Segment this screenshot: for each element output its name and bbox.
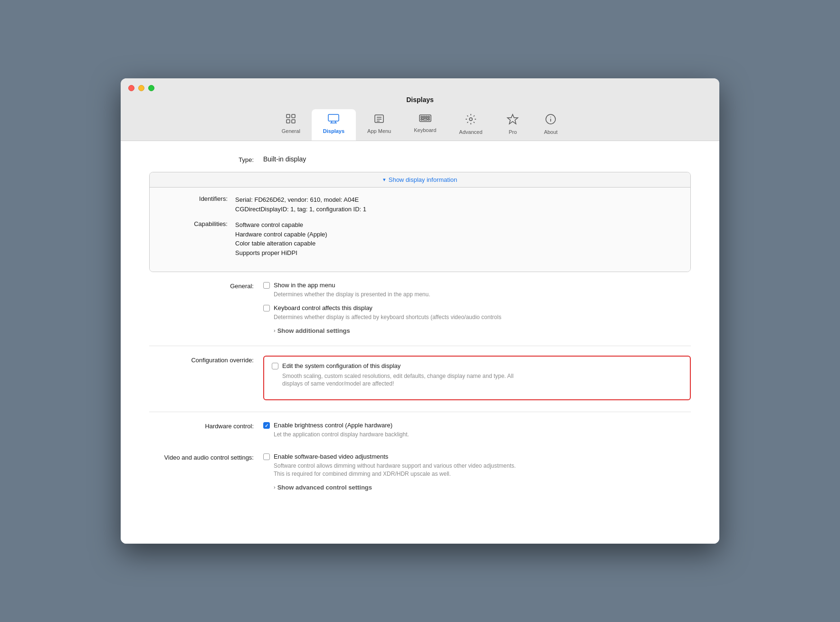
advanced-icon <box>465 113 477 127</box>
divider-2 <box>149 412 691 412</box>
svg-rect-17 <box>421 119 422 120</box>
svg-rect-12 <box>420 115 431 122</box>
identifiers-line2: CGDirectDisplayID: 1, tag: 1, configurat… <box>235 205 366 214</box>
show-advanced-arrow: › <box>274 484 276 490</box>
identifiers-line1: Serial: FD626D62, vendor: 610, model: A0… <box>235 195 366 205</box>
svg-point-24 <box>550 117 551 118</box>
keyboard-icon <box>419 113 432 125</box>
svg-rect-13 <box>421 116 422 118</box>
config-override-checkbox-row: Edit the system configuration of this di… <box>272 362 682 369</box>
svg-rect-1 <box>292 114 295 118</box>
capabilities-row: Capabilities: Software control capable H… <box>159 220 681 257</box>
keyboard-control-row: Keyboard control affects this display <box>263 304 691 311</box>
tab-pro[interactable]: Pro <box>494 109 532 141</box>
config-override-section: Configuration override: Edit the system … <box>149 356 691 403</box>
video-audio-checkbox-label: Enable software-based video adjustments <box>274 453 388 460</box>
main-content: Type: Built-in display ▾ Show display in… <box>121 141 719 544</box>
video-audio-checkbox[interactable] <box>263 453 270 460</box>
tab-app-menu-label: App Menu <box>367 128 391 134</box>
disclosure-title: Show display information <box>389 176 458 183</box>
main-window: Displays General <box>121 78 719 544</box>
show-app-menu-row: Show in the app menu <box>263 282 691 289</box>
app-menu-icon <box>373 113 385 126</box>
disclosure-header[interactable]: ▾ Show display information <box>150 172 690 188</box>
hardware-control-checkbox[interactable] <box>263 422 270 429</box>
minimize-button[interactable] <box>138 85 144 91</box>
tab-general[interactable]: General <box>270 109 312 141</box>
window-title: Displays <box>406 96 434 104</box>
toolbar: General Displays <box>270 109 570 141</box>
type-row: Type: Built-in display <box>149 155 691 163</box>
svg-rect-19 <box>428 119 430 120</box>
svg-rect-4 <box>328 114 339 121</box>
tab-general-label: General <box>282 128 300 134</box>
hardware-control-checkbox-row: Enable brightness control (Apple hardwar… <box>263 422 691 429</box>
video-audio-helper: Software control allows dimming without … <box>274 462 691 478</box>
video-audio-section: Video and audio control settings: Enable… <box>149 453 691 493</box>
about-icon <box>544 113 557 127</box>
svg-rect-2 <box>286 120 290 123</box>
identifiers-row: Identifiers: Serial: FD626D62, vendor: 6… <box>159 195 681 214</box>
svg-rect-0 <box>286 114 290 118</box>
config-override-content: Edit the system configuration of this di… <box>263 356 691 403</box>
cap-line4: Supports proper HiDPI <box>235 248 327 258</box>
traffic-lights <box>128 85 154 91</box>
capabilities-value: Software control capable Hardware contro… <box>235 220 327 257</box>
hardware-control-section: Hardware control: Enable brightness cont… <box>149 422 691 444</box>
tab-advanced-label: Advanced <box>459 129 482 135</box>
show-app-menu-checkbox[interactable] <box>263 282 270 289</box>
cap-line2: Hardware control capable (Apple) <box>235 230 327 239</box>
identifiers-value: Serial: FD626D62, vendor: 610, model: A0… <box>235 195 366 214</box>
hardware-control-content: Enable brightness control (Apple hardwar… <box>263 422 691 444</box>
tab-advanced[interactable]: Advanced <box>448 109 494 141</box>
hardware-control-helper: Let the application control display hard… <box>274 431 691 439</box>
tab-displays-label: Displays <box>323 128 344 134</box>
divider-1 <box>149 346 691 346</box>
general-content: Show in the app menu Determines whether … <box>263 282 691 336</box>
close-button[interactable] <box>128 85 134 91</box>
tab-app-menu[interactable]: App Menu <box>356 109 402 141</box>
cap-line1: Software control capable <box>235 220 327 230</box>
general-icon <box>285 113 296 126</box>
disclosure-arrow: ▾ <box>383 177 386 183</box>
displays-icon <box>327 113 340 126</box>
maximize-button[interactable] <box>148 85 154 91</box>
show-app-menu-label: Show in the app menu <box>274 282 335 289</box>
tab-keyboard[interactable]: Keyboard <box>402 109 448 141</box>
capabilities-label: Capabilities: <box>159 220 235 227</box>
video-audio-content: Enable software-based video adjustments … <box>263 453 691 493</box>
show-advanced-link[interactable]: › Show advanced control settings <box>274 484 691 491</box>
svg-rect-18 <box>423 119 427 120</box>
config-override-checkbox-label: Edit the system configuration of this di… <box>282 362 401 369</box>
tab-displays[interactable]: Displays <box>312 109 356 141</box>
svg-point-20 <box>469 118 472 121</box>
config-helper-line1: Smooth scaling, custom scaled resolution… <box>282 373 514 379</box>
hardware-control-label: Hardware control: <box>149 422 263 430</box>
hardware-control-checkbox-label: Enable brightness control (Apple hardwar… <box>274 422 392 429</box>
show-additional-link[interactable]: › Show additional settings <box>274 327 691 334</box>
identifiers-label: Identifiers: <box>159 195 235 202</box>
video-helper-line2: This is required for combined dimming an… <box>274 471 451 477</box>
config-override-helper: Smooth scaling, custom scaled resolution… <box>282 372 682 388</box>
config-override-box: Edit the system configuration of this di… <box>263 356 691 401</box>
type-label: Type: <box>149 155 263 163</box>
general-label: General: <box>149 282 263 290</box>
show-additional-label: Show additional settings <box>277 327 350 334</box>
video-helper-line1: Software control allows dimming without … <box>274 462 516 469</box>
svg-rect-15 <box>426 116 427 118</box>
tab-pro-label: Pro <box>509 129 517 135</box>
config-helper-line2: displays of same vendor/model are affect… <box>282 380 394 387</box>
pro-icon <box>506 113 519 127</box>
keyboard-control-checkbox[interactable] <box>263 305 270 311</box>
disclosure-body: Identifiers: Serial: FD626D62, vendor: 6… <box>150 188 690 272</box>
tab-about[interactable]: About <box>532 109 570 141</box>
video-audio-label: Video and audio control settings: <box>149 453 263 461</box>
show-app-menu-helper: Determines whether the display is presen… <box>274 291 691 299</box>
svg-marker-21 <box>507 114 518 124</box>
tab-keyboard-label: Keyboard <box>414 127 436 133</box>
config-override-checkbox[interactable] <box>272 363 278 369</box>
keyboard-control-label: Keyboard control affects this display <box>274 304 372 311</box>
show-additional-arrow: › <box>274 328 276 333</box>
config-override-label: Configuration override: <box>149 356 263 364</box>
keyboard-control-helper: Determines whether display is affected b… <box>274 313 691 321</box>
